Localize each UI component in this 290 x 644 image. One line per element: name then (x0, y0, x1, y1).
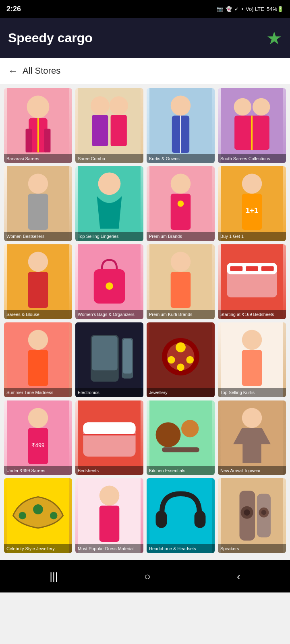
item-label: Electronics (75, 388, 143, 397)
svg-point-38 (106, 282, 113, 290)
back-button[interactable]: ← (8, 65, 18, 76)
svg-rect-8 (92, 115, 108, 146)
app-header: Speedy cargo ★ (0, 18, 290, 58)
item-label: Premium Kurti Brands (147, 310, 215, 319)
item-image (75, 88, 143, 163)
store-item[interactable]: Women's Bags & Organizers (75, 244, 143, 319)
svg-rect-53 (92, 336, 118, 370)
item-label: Starting at ₹169 Bedsheets (218, 310, 286, 319)
item-image (4, 322, 72, 397)
svg-point-12 (171, 96, 191, 116)
status-icons: 📷 👻 ✓ • Vo) LTE 54%🔋 (217, 6, 284, 12)
svg-point-78 (242, 408, 262, 428)
nav-recents-button[interactable]: ||| (50, 570, 58, 583)
item-image (218, 322, 286, 397)
store-item[interactable]: Headphone & Headsets (147, 478, 215, 553)
item-image (218, 400, 286, 475)
item-label: Headphone & Headsets (147, 544, 215, 553)
item-label: Summer Time Madness (4, 388, 72, 397)
store-item[interactable]: Premium Kurti Brands (147, 244, 215, 319)
grid-row-1: Women BestsellersTop Selling LingeriesPr… (4, 166, 286, 241)
svg-rect-47 (261, 266, 274, 271)
grid-row-5: Celebrity Style JewelleryMost Popular Dr… (4, 478, 286, 553)
store-item[interactable]: Banarasi Sarees (4, 88, 72, 163)
svg-point-84 (99, 486, 120, 506)
svg-rect-27 (171, 194, 191, 230)
store-item[interactable]: Saree Combo (75, 88, 143, 163)
svg-rect-10 (111, 115, 127, 146)
svg-rect-45 (230, 266, 242, 271)
item-label: Celebrity Style Jewellery (4, 544, 72, 553)
item-image (147, 88, 215, 163)
svg-point-60 (168, 356, 175, 363)
store-item[interactable]: Starting at ₹169 Bedsheets (218, 244, 286, 319)
svg-point-59 (176, 342, 186, 352)
item-label: Kitchen Essentials (147, 466, 215, 475)
item-label: Most Popular Dress Material (75, 544, 143, 553)
item-label: Banarasi Sarees (4, 154, 72, 163)
store-item[interactable]: Most Popular Dress Material (75, 478, 143, 553)
svg-text:₹499: ₹499 (31, 442, 45, 448)
store-item[interactable]: Jewellery (147, 322, 215, 397)
store-item[interactable]: Kitchen Essentials (147, 400, 215, 475)
store-item[interactable]: Premium Brands (147, 166, 215, 241)
svg-point-17 (253, 98, 270, 116)
svg-point-16 (234, 98, 251, 116)
item-label: New Arrival Topwear (218, 466, 286, 475)
store-item[interactable]: ₹499Under ₹499 Sarees (4, 400, 72, 475)
item-image (75, 322, 143, 397)
item-label: Sarees & Blouse (4, 310, 72, 319)
nav-back-button[interactable]: ‹ (237, 570, 240, 583)
store-item[interactable]: Bedsheets (75, 400, 143, 475)
grid-row-2: Sarees & BlouseWomen's Bags & Organizers… (4, 244, 286, 319)
svg-rect-46 (246, 266, 258, 271)
snapchat-icon: 👻 (226, 6, 232, 12)
nav-home-button[interactable]: ○ (144, 570, 151, 583)
svg-rect-88 (195, 511, 206, 528)
store-item[interactable]: 1+1Buy 1 Get 1 (218, 166, 286, 241)
svg-rect-87 (156, 511, 167, 528)
store-item[interactable]: Top Selling Lingeries (75, 166, 143, 241)
svg-rect-35 (28, 272, 48, 308)
store-item[interactable]: Electronics (75, 322, 143, 397)
store-item[interactable]: Celebrity Style Jewellery (4, 478, 72, 553)
stores-nav: ← All Stores (0, 58, 290, 84)
item-image (147, 478, 215, 553)
battery-info: 54%🔋 (267, 6, 284, 12)
svg-rect-4 (26, 129, 32, 153)
store-item[interactable]: Top Selling Kurtis (218, 322, 286, 397)
store-item[interactable]: Sarees & Blouse (4, 244, 72, 319)
store-item[interactable]: Kurtis & Gowns (147, 88, 215, 163)
item-image (218, 88, 286, 163)
svg-point-93 (244, 510, 250, 516)
store-item[interactable]: Summer Time Madness (4, 322, 72, 397)
svg-rect-6 (78, 88, 141, 163)
network-icon: 📷 (217, 6, 223, 12)
item-image (218, 478, 286, 553)
item-image (4, 478, 72, 553)
svg-rect-85 (99, 506, 120, 542)
svg-point-21 (28, 173, 48, 194)
stores-nav-title: All Stores (23, 66, 60, 76)
svg-point-34 (28, 252, 48, 272)
item-image (147, 400, 215, 475)
favorite-icon[interactable]: ★ (266, 28, 282, 48)
item-image (147, 166, 215, 241)
item-label: Premium Brands (147, 232, 215, 241)
item-label: Bedsheets (75, 466, 143, 475)
svg-rect-65 (242, 350, 262, 386)
svg-point-75 (181, 420, 199, 437)
store-item[interactable]: Women Bestsellers (4, 166, 72, 241)
item-label: Top Selling Kurtis (218, 388, 286, 397)
store-item[interactable]: Speakers (218, 478, 286, 553)
item-image (75, 166, 143, 241)
store-item[interactable]: South Sarees Collections (218, 88, 286, 163)
check-icon: ✓ (234, 6, 239, 12)
svg-rect-72 (83, 422, 135, 435)
svg-point-40 (171, 252, 191, 272)
svg-point-62 (177, 363, 184, 371)
svg-point-9 (110, 96, 128, 115)
store-item[interactable]: New Arrival Topwear (218, 400, 286, 475)
status-time: 2:26 (6, 5, 21, 13)
svg-rect-55 (123, 339, 132, 373)
